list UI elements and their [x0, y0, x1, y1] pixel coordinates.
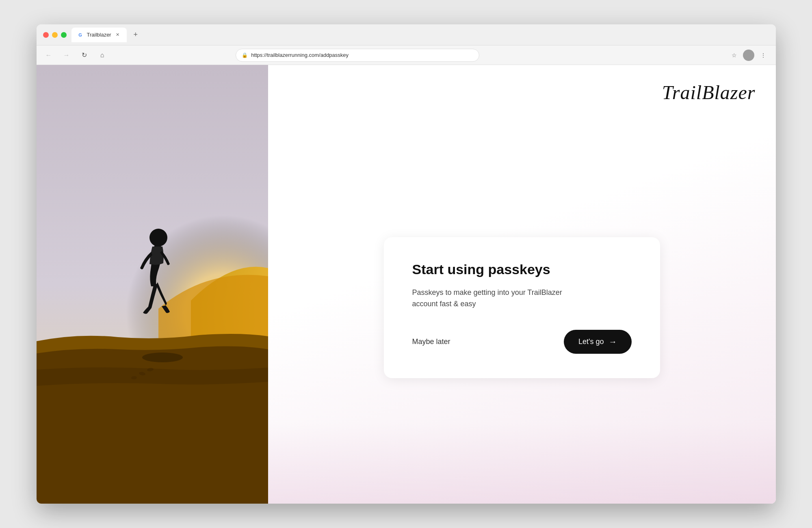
right-panel: TrailBlazer Start using passkeys Passkey… [268, 65, 776, 504]
svg-point-4 [142, 353, 183, 362]
minimize-window-button[interactable] [52, 32, 58, 38]
arrow-icon: → [609, 337, 617, 346]
browser-window: G Trailblazer ✕ + ← → ↻ ⌂ 🔒 https://trai… [37, 24, 776, 504]
brand-logo: TrailBlazer [662, 81, 756, 104]
close-window-button[interactable] [43, 32, 49, 38]
home-icon: ⌂ [100, 52, 104, 59]
runner-scene [37, 65, 268, 504]
profile-avatar[interactable] [743, 50, 754, 61]
fullscreen-window-button[interactable] [61, 32, 67, 38]
refresh-button[interactable]: ↻ [79, 50, 90, 61]
brand-logo-text: TrailBlazer [662, 82, 756, 103]
lock-icon: 🔒 [242, 52, 248, 58]
lets-go-label: Let's go [578, 338, 604, 346]
card-description: Passkeys to make getting into your Trail… [412, 287, 575, 310]
card-area: Start using passkeys Passkeys to make ge… [288, 128, 756, 487]
bookmark-button[interactable]: ☆ [728, 50, 740, 61]
url-text: https://trailblazerrunning.com/addpasske… [251, 52, 349, 58]
home-button[interactable]: ⌂ [97, 50, 108, 61]
url-bar[interactable]: 🔒 https://trailblazerrunning.com/addpass… [236, 49, 479, 62]
tab-close-button[interactable]: ✕ [115, 32, 121, 38]
hero-image-panel [37, 65, 268, 504]
forward-button[interactable]: → [61, 50, 72, 61]
new-tab-button[interactable]: + [130, 29, 141, 41]
back-button[interactable]: ← [43, 50, 54, 61]
passkey-card: Start using passkeys Passkeys to make ge… [384, 237, 660, 379]
back-icon: ← [45, 52, 52, 59]
runner-illustration [37, 65, 268, 504]
maybe-later-button[interactable]: Maybe later [412, 338, 450, 346]
tab-title: Trailblazer [87, 32, 111, 38]
address-actions: ☆ ⋮ [728, 50, 769, 61]
lets-go-button[interactable]: Let's go → [564, 330, 631, 354]
svg-rect-2 [37, 341, 268, 504]
refresh-icon: ↻ [82, 51, 87, 59]
page-content: TrailBlazer Start using passkeys Passkey… [37, 65, 776, 504]
menu-button[interactable]: ⋮ [758, 50, 769, 61]
tab-favicon: G [77, 32, 84, 38]
active-tab[interactable]: G Trailblazer ✕ [71, 28, 127, 42]
card-title: Start using passkeys [412, 262, 632, 277]
address-bar: ← → ↻ ⌂ 🔒 https://trailblazerrunning.com… [37, 45, 776, 65]
title-bar: G Trailblazer ✕ + [37, 24, 776, 45]
traffic-lights [43, 32, 67, 38]
card-actions: Maybe later Let's go → [412, 330, 632, 354]
svg-point-3 [149, 229, 167, 247]
forward-icon: → [63, 52, 70, 59]
tab-bar: G Trailblazer ✕ + [71, 28, 769, 42]
